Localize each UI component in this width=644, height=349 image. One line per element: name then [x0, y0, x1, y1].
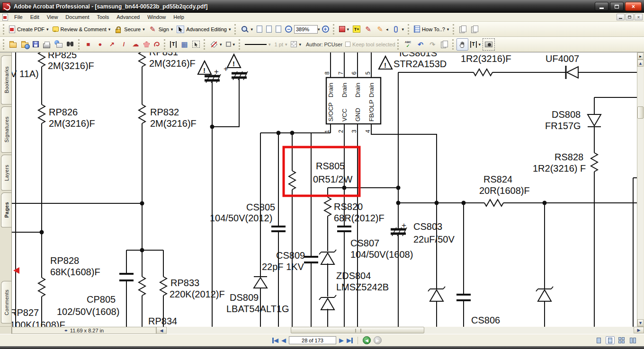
document-close-button[interactable]: ×: [635, 14, 643, 20]
minimize-button[interactable]: [595, 2, 608, 11]
toolbar-grip[interactable]: [204, 39, 206, 50]
vertical-scroll-track[interactable]: [637, 67, 644, 319]
fit-width-button[interactable]: [274, 23, 283, 35]
menu-window[interactable]: Window: [143, 13, 170, 21]
comment-marker-arrow[interactable]: [13, 267, 19, 274]
text-select-button[interactable]: T ▾: [468, 38, 483, 51]
next-page-button[interactable]: ▶: [339, 337, 344, 344]
menu-help[interactable]: Help: [170, 13, 188, 21]
polygon-line-tool-button[interactable]: [152, 38, 162, 51]
open-button[interactable]: [7, 38, 19, 51]
rectangle-markup-button[interactable]: ▾: [337, 23, 351, 35]
scroll-left-button[interactable]: ◀: [156, 327, 167, 334]
first-page-button[interactable]: ◀: [272, 337, 278, 344]
toolbar-grip[interactable]: [3, 24, 5, 35]
fill-color-button[interactable]: ▾: [208, 38, 224, 51]
facing-pages-button[interactable]: [617, 336, 626, 344]
insert-pages-button[interactable]: [457, 23, 469, 35]
keep-tool-checkbox[interactable]: [345, 42, 350, 47]
advanced-editing-button[interactable]: Advanced Editing ▾: [175, 23, 233, 35]
continuous-page-button[interactable]: [606, 336, 615, 344]
sign-button[interactable]: ✎ Sign ▾: [147, 23, 175, 35]
toolbar-grip[interactable]: [3, 39, 5, 50]
oval-tool-button[interactable]: ●: [94, 38, 106, 51]
vertical-scroll-thumb[interactable]: [637, 106, 644, 119]
undo-button[interactable]: ↶: [415, 38, 427, 51]
secure-button[interactable]: Secure ▾: [112, 23, 146, 35]
toolbar-grip[interactable]: [408, 24, 410, 35]
toolbar-grip[interactable]: [333, 24, 335, 35]
hand-tool-button[interactable]: [456, 38, 468, 51]
cloud-tool-button[interactable]: ☁: [130, 38, 142, 51]
actual-size-button[interactable]: [255, 23, 264, 35]
previous-view-button[interactable]: ◀: [363, 336, 371, 344]
restore-button[interactable]: [610, 2, 624, 11]
create-pdf-button[interactable]: Create PDF ▾: [7, 23, 51, 35]
attach-file-button[interactable]: ▾: [390, 23, 406, 35]
tab-layers[interactable]: Layers: [1, 155, 11, 191]
email-button[interactable]: [53, 38, 64, 51]
vertical-scrollbar[interactable]: ▸ ▲ ▼: [637, 52, 644, 326]
arrow-tool-button[interactable]: ↗: [106, 38, 118, 51]
page-number-input[interactable]: [289, 336, 336, 344]
text-edits-button[interactable]: T+: [351, 23, 362, 35]
border-color-button[interactable]: ▾: [224, 38, 237, 51]
previous-page-button[interactable]: ◀: [281, 337, 286, 344]
menu-tools[interactable]: Tools: [93, 13, 113, 21]
splitter-handle-icon[interactable]: ◂▸: [64, 328, 67, 332]
tab-comments[interactable]: Comments: [1, 281, 11, 323]
line-style-button[interactable]: ▾: [243, 38, 273, 51]
document-restore-button[interactable]: [626, 14, 634, 20]
scroll-menu-button[interactable]: ▸: [637, 52, 644, 60]
save-button[interactable]: [31, 38, 41, 51]
fit-page-button[interactable]: [264, 23, 274, 35]
zoom-tool-button[interactable]: ▾: [239, 23, 255, 35]
polygon-tool-button[interactable]: [142, 38, 152, 51]
extract-pages-button[interactable]: [469, 23, 481, 35]
toolbar-grip[interactable]: [164, 39, 166, 50]
line-width-button[interactable]: 1 pt ▾: [273, 38, 289, 51]
menu-edit[interactable]: Edit: [27, 13, 43, 21]
tab-pages[interactable]: Pages: [1, 192, 11, 227]
menu-view[interactable]: View: [43, 13, 62, 21]
next-view-button[interactable]: ▶: [374, 336, 382, 344]
copy-pages-button[interactable]: [438, 38, 450, 51]
document-canvas[interactable]: Drain Drain Drain Drain S/OCP VCC GND FB…: [12, 52, 637, 327]
toolbar-grip[interactable]: [397, 39, 400, 50]
open-from-web-button[interactable]: [19, 38, 31, 51]
toolbar-grip[interactable]: [452, 39, 455, 50]
rectangle-tool-button[interactable]: ■: [82, 38, 94, 51]
close-button[interactable]: ×: [625, 2, 642, 11]
highlighter-button[interactable]: ✎: [362, 23, 374, 35]
scroll-up-button[interactable]: ▲: [637, 60, 644, 67]
how-to-button[interactable]: How To..? ▾: [412, 23, 451, 35]
menu-advanced[interactable]: Advanced: [113, 13, 143, 21]
toolbar-grip[interactable]: [234, 24, 237, 35]
tab-signatures[interactable]: Signatures: [1, 106, 11, 153]
toolbar-grip[interactable]: [239, 39, 241, 50]
document-minimize-button[interactable]: [617, 14, 625, 20]
spell-check-button[interactable]: ABC✓: [402, 38, 415, 51]
redo-button[interactable]: ↷: [427, 38, 438, 51]
review-comment-button[interactable]: Review & Comment ▾: [51, 23, 113, 35]
single-page-button[interactable]: [594, 336, 603, 344]
opacity-button[interactable]: ▾: [289, 38, 303, 51]
text-box-tool-button[interactable]: T: [168, 38, 179, 51]
tab-bookmarks[interactable]: Bookmarks: [1, 55, 11, 105]
zoom-out-button[interactable]: −: [283, 23, 294, 35]
toolbar-grip[interactable]: [453, 24, 455, 35]
zoom-in-button[interactable]: +: [320, 23, 331, 35]
menu-file[interactable]: File: [10, 13, 27, 21]
snapshot-button[interactable]: [483, 38, 495, 51]
horizontal-scroll-track[interactable]: ▶: [167, 327, 644, 334]
horizontal-scroll-thumb[interactable]: [291, 327, 424, 333]
object-select-button[interactable]: [190, 38, 202, 51]
line-tool-button[interactable]: /: [118, 38, 130, 51]
pencil-tool-button[interactable]: ✎ ◂: [374, 23, 390, 35]
scroll-right-button[interactable]: ▶: [634, 327, 644, 333]
print-button[interactable]: [41, 38, 53, 51]
scroll-down-button[interactable]: ▼: [637, 319, 644, 326]
book-view-button[interactable]: [628, 336, 637, 344]
menu-document[interactable]: Document: [62, 13, 93, 21]
zoom-level-input[interactable]: [294, 25, 318, 34]
